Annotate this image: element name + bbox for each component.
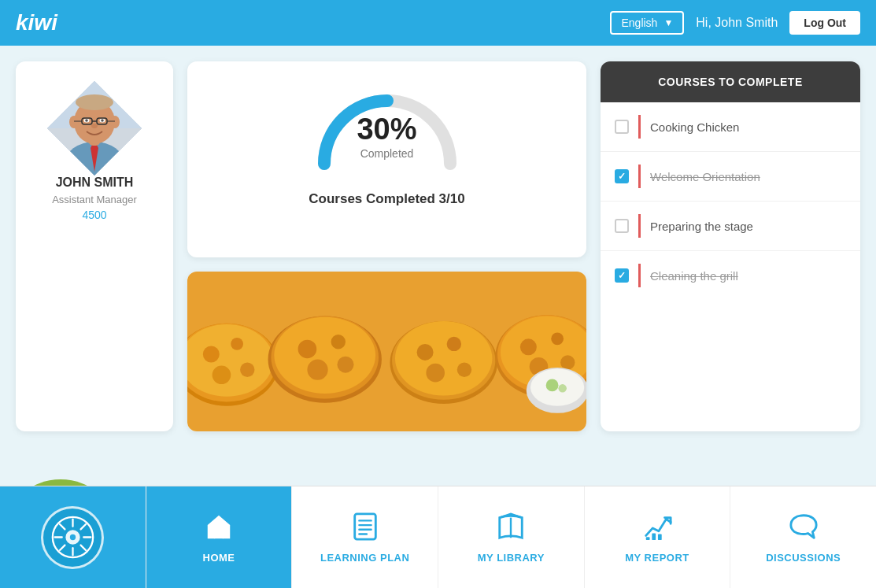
course-name-1: Cooking Chicken (650, 120, 739, 134)
course-name-4: Cleaning the grill (650, 269, 738, 283)
gauge-percent: 30% (357, 113, 416, 146)
report-icon (642, 512, 672, 545)
course-divider-1 (638, 115, 641, 139)
kiwi-decoration (0, 407, 122, 486)
svg-point-31 (298, 339, 317, 358)
svg-point-19 (91, 124, 98, 128)
svg-rect-83 (652, 533, 656, 540)
chevron-down-icon: ▼ (663, 17, 673, 28)
course-checkbox-2[interactable] (615, 169, 629, 183)
course-divider-3 (638, 214, 641, 238)
profile-id: 4500 (82, 209, 106, 221)
course-checkbox-1[interactable] (615, 120, 629, 134)
svg-point-27 (240, 362, 254, 376)
profile-card: JOHN SMITH Assistant Manager 4500 (16, 61, 173, 431)
course-name-3: Preparing the stage (650, 220, 753, 233)
course-name-2: Welcome Orientation (650, 170, 760, 183)
home-icon (204, 512, 234, 545)
course-item[interactable]: Welcome Orientation (601, 152, 860, 202)
svg-point-46 (551, 332, 564, 345)
svg-point-25 (231, 338, 243, 350)
courses-header: COURSES TO COMPLETE (601, 61, 860, 102)
svg-point-8 (110, 116, 120, 128)
nav-item-my-report[interactable]: MY REPORT (585, 486, 731, 588)
library-icon (496, 512, 526, 545)
svg-point-45 (520, 338, 537, 355)
svg-point-26 (213, 365, 231, 384)
header-right: English ▼ Hi, John Smith Log Out (610, 11, 860, 35)
cards-row: JOHN SMITH Assistant Manager 4500 30% (0, 46, 876, 431)
svg-point-7 (69, 116, 79, 128)
svg-point-30 (274, 316, 375, 393)
svg-rect-82 (646, 537, 650, 540)
svg-point-75 (70, 534, 76, 540)
discussions-icon (789, 512, 819, 545)
course-checkbox-4[interactable] (615, 268, 629, 283)
left-col: 30% Completed Courses Completed 3/10 (187, 61, 586, 431)
nav-item-discussions[interactable]: DISCUSSIONS (730, 486, 876, 588)
svg-point-13 (101, 119, 104, 122)
avatar (47, 81, 142, 176)
svg-line-70 (60, 524, 65, 529)
course-divider-4 (638, 264, 641, 287)
svg-point-9 (76, 94, 113, 110)
svg-point-34 (337, 356, 353, 372)
svg-point-39 (447, 336, 461, 350)
nav-item-learning-plan[interactable]: LEARNING PLAN (292, 486, 438, 588)
bottom-area: HOME LEARNING PLAN (0, 431, 876, 588)
svg-point-24 (203, 346, 220, 362)
app-layout: kiwi English ▼ Hi, John Smith Log Out (0, 0, 876, 588)
food-preview-card (187, 272, 586, 432)
profile-name: JOHN SMITH (56, 176, 134, 190)
svg-point-51 (546, 379, 559, 391)
svg-rect-77 (354, 513, 375, 538)
header: kiwi English ▼ Hi, John Smith Log Out (0, 0, 876, 46)
language-label: English (621, 17, 657, 29)
course-item[interactable]: Preparing the stage (601, 202, 860, 251)
svg-rect-76 (214, 530, 223, 538)
course-item[interactable]: Cleaning the grill (601, 251, 860, 300)
courses-panel: COURSES TO COMPLETE Cooking Chicken Welc… (601, 61, 860, 431)
svg-line-73 (60, 545, 65, 550)
svg-point-33 (307, 359, 327, 379)
svg-point-38 (417, 343, 434, 360)
course-item[interactable]: Cooking Chicken (601, 102, 860, 152)
svg-point-53 (4, 479, 117, 486)
course-divider-2 (638, 165, 641, 188)
svg-point-32 (331, 335, 346, 349)
language-selector[interactable]: English ▼ (610, 11, 684, 35)
food-image (187, 272, 586, 432)
svg-line-71 (80, 545, 85, 550)
logout-button[interactable]: Log Out (789, 11, 860, 35)
nav-label-home: HOME (203, 552, 235, 564)
progress-card: 30% Completed Courses Completed 3/10 (187, 61, 586, 257)
kiwi-icon-circle (41, 506, 104, 569)
course-checkbox-3[interactable] (615, 219, 629, 233)
bottom-nav: HOME LEARNING PLAN (0, 486, 876, 588)
svg-line-72 (80, 524, 85, 529)
profile-title: Assistant Manager (52, 194, 137, 205)
nav-item-home[interactable]: HOME (146, 486, 293, 588)
courses-completed-text: Courses Completed 3/10 (309, 191, 464, 207)
gauge-container: 30% Completed (309, 85, 466, 172)
gauge-text: 30% Completed (357, 113, 416, 161)
svg-point-40 (426, 363, 445, 382)
svg-point-52 (558, 384, 567, 393)
svg-rect-84 (658, 534, 662, 540)
svg-point-41 (457, 362, 471, 376)
gauge-label: Completed (360, 147, 414, 160)
svg-point-37 (395, 321, 492, 396)
nav-label-my-report: MY REPORT (625, 552, 689, 564)
nav-label-learning-plan: LEARNING PLAN (320, 552, 409, 564)
nav-item-my-library[interactable]: MY LIBRARY (438, 486, 585, 588)
svg-point-48 (560, 355, 575, 369)
greeting-text: Hi, John Smith (696, 16, 778, 30)
kiwi-icon (51, 516, 94, 559)
logo: kiwi (16, 10, 57, 35)
svg-point-12 (85, 119, 88, 122)
nav-label-my-library: MY LIBRARY (478, 552, 545, 564)
nav-item-kiwi[interactable] (0, 486, 146, 588)
nav-label-discussions: DISCUSSIONS (766, 552, 841, 564)
learning-plan-icon (350, 512, 380, 545)
